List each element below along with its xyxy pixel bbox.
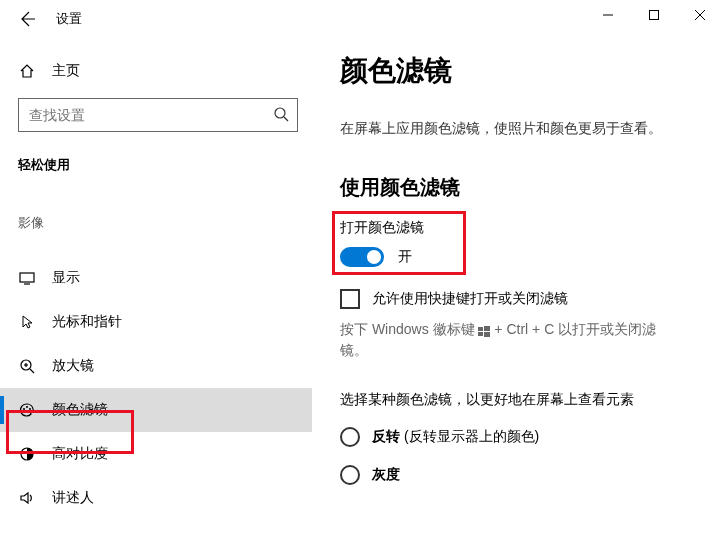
sidebar-item-label: 放大镜 [52,357,94,375]
shortcut-help-text: 按下 Windows 徽标键 + Ctrl + C 以打开或关闭滤镜。 [340,319,680,361]
toggle-label: 打开颜色滤镜 [340,219,703,237]
svg-line-9 [30,369,34,373]
svg-point-13 [26,406,28,408]
close-button[interactable] [677,0,723,30]
shortcut-checkbox-row[interactable]: 允许使用快捷键打开或关闭滤镜 [340,289,703,309]
checkbox[interactable] [340,289,360,309]
radio-grayscale[interactable]: 灰度 [340,465,703,485]
sidebar-item-label: 讲述人 [52,489,94,507]
toggle-state: 开 [398,248,412,266]
sidebar-item-narrator[interactable]: 讲述人 [0,476,312,520]
radio-button[interactable] [340,427,360,447]
svg-point-4 [275,108,285,118]
radio-label: 灰度 [372,466,400,484]
minimize-button[interactable] [585,0,631,30]
sidebar-item-label: 光标和指针 [52,313,122,331]
narrator-icon [18,490,36,506]
svg-rect-6 [20,273,34,282]
page-title: 颜色滤镜 [340,52,703,90]
sidebar-item-cursor[interactable]: 光标和指针 [0,300,312,344]
settings-title: 设置 [56,10,82,28]
svg-rect-16 [478,327,483,331]
content: 颜色滤镜 在屏幕上应用颜色滤镜，使照片和颜色更易于查看。 使用颜色滤镜 打开颜色… [340,52,703,485]
checkbox-label: 允许使用快捷键打开或关闭滤镜 [372,290,568,308]
svg-point-12 [23,408,25,410]
sidebar-item-home[interactable]: 主页 [0,54,312,88]
toggle-block: 打开颜色滤镜 开 [340,219,703,267]
windows-key-icon [478,323,490,335]
svg-rect-18 [478,332,483,336]
svg-point-14 [29,408,31,410]
maximize-button[interactable] [631,0,677,30]
radio-section-label: 选择某种颜色滤镜，以更好地在屏幕上查看元素 [340,391,703,409]
svg-line-5 [284,117,288,121]
group-vision: 影像 [0,214,312,232]
sidebar-item-label: 高对比度 [52,445,108,463]
palette-icon [18,402,36,418]
page-description: 在屏幕上应用颜色滤镜，使照片和颜色更易于查看。 [340,120,703,138]
radio-label: 反转 (反转显示器上的颜色) [372,428,539,446]
back-icon[interactable] [18,10,36,28]
sidebar: 主页 轻松使用 影像 显示 光标和指针 放大镜 [0,54,312,520]
sidebar-item-label: 颜色滤镜 [52,401,108,419]
svg-rect-1 [650,11,659,20]
header: 设置 [18,10,82,28]
radio-button[interactable] [340,465,360,485]
sidebar-item-magnifier[interactable]: 放大镜 [0,344,312,388]
sidebar-item-label: 显示 [52,269,80,287]
home-icon [18,63,36,79]
svg-rect-17 [484,326,490,331]
search-field[interactable] [27,106,273,124]
cursor-icon [18,314,36,330]
svg-rect-19 [484,332,490,337]
sidebar-item-label: 主页 [52,62,80,80]
color-filter-toggle[interactable] [340,247,384,267]
sidebar-item-display[interactable]: 显示 [0,256,312,300]
contrast-icon [18,446,36,462]
sidebar-item-color-filters[interactable]: 颜色滤镜 [0,388,312,432]
sidebar-item-high-contrast[interactable]: 高对比度 [0,432,312,476]
search-container [0,88,312,132]
display-icon [18,270,36,286]
magnifier-icon [18,358,36,374]
radio-invert[interactable]: 反转 (反转显示器上的颜色) [340,427,703,447]
window-controls [585,0,723,30]
group-ease-of-access: 轻松使用 [0,156,312,174]
section-title: 使用颜色滤镜 [340,174,703,201]
search-input[interactable] [18,98,298,132]
search-icon [273,106,289,125]
